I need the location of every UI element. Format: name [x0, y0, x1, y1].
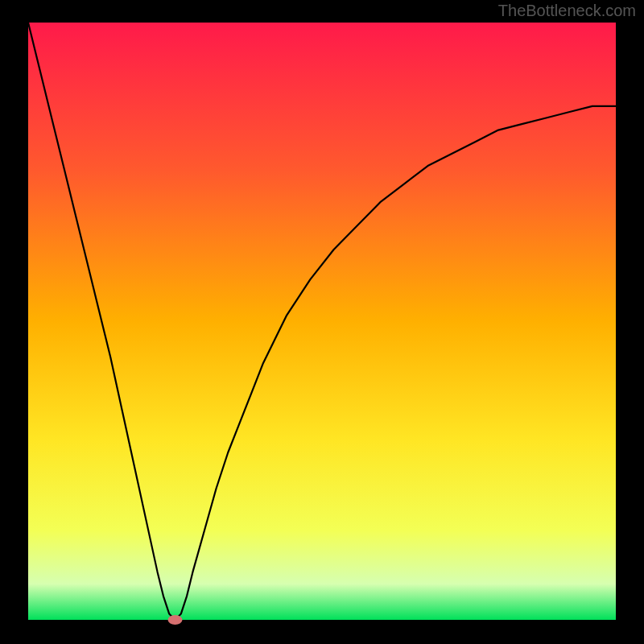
- plot-background: [28, 23, 616, 620]
- credit-label: TheBottleneck.com: [498, 2, 636, 20]
- minimum-marker: [168, 615, 183, 625]
- chart-frame: TheBottleneck.com: [0, 0, 644, 644]
- bottleneck-chart: [0, 0, 644, 644]
